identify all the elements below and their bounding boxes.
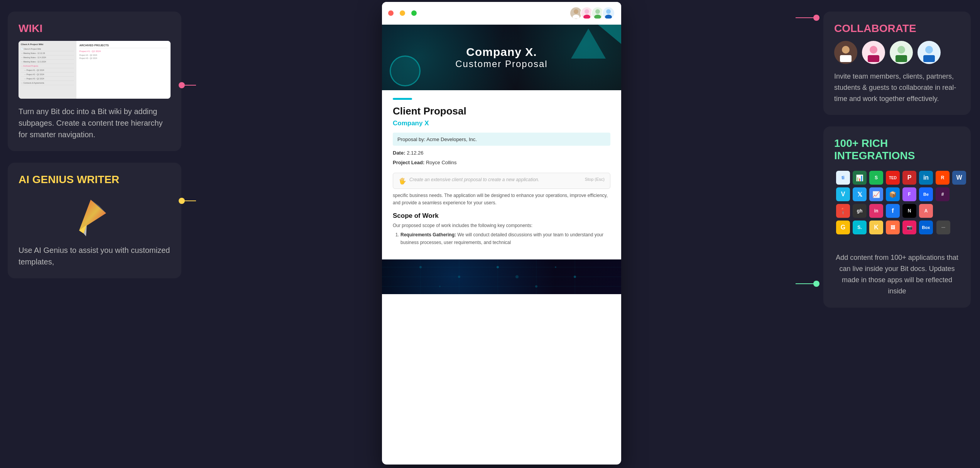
wiki-connector-dot [179,82,185,88]
integration-icon-word: W [952,171,966,185]
svg-point-7 [585,9,589,14]
ws-item: → Project #3 - Q2 2024 [21,77,74,81]
integration-icon-dropbox: 📦 [886,187,900,201]
svg-point-26 [439,286,441,287]
collab-avatar-1 [834,41,857,64]
collab-avatar-3 [890,41,913,64]
integration-icon-s: S. [853,221,867,234]
svg-point-25 [574,276,576,278]
integration-icon-chart: 📈 [869,187,883,201]
doc-scope-list: Requirements Gathering: We will conduct … [393,231,610,246]
integration-icon-facebook: f [886,204,900,218]
doc-title: Client Proposal [393,105,610,117]
doc-hero-circle [390,56,421,86]
doc-subtitle: Company X [393,120,610,127]
hero-company: Company X. [455,45,547,59]
doc-avatar-4 [602,7,615,20]
ai-title: AI GENIUS WRITER [19,173,171,186]
ws-item: → Meeting Notes - 12.12.26 [21,51,74,56]
wm-header: ARCHIVED PROJECTS [79,44,167,48]
ai-pencil-icon [71,192,118,238]
doc-body[interactable]: Client Proposal Company X Proposal by: A… [382,90,621,256]
svg-point-24 [535,285,537,288]
integration-icon-maps: 📍 [836,204,850,218]
svg-marker-0 [79,200,106,231]
integration-icon-r: R [936,171,950,185]
circuit-svg [382,259,621,294]
doc-date-value: 2.12.26 [407,150,423,156]
doc-date-line: Date: 2.12.26 [393,148,610,158]
ws-item: → Meeting Notes - 12.3.2024 [21,60,74,64]
doc-proposal-by: Proposal by: Acme Developers, Inc. [397,136,477,142]
ws-item: → Contracts & Agreements [21,81,74,85]
svg-rect-36 [923,55,935,62]
integration-icon-notion: N [902,204,916,218]
integration-icon-cam: 📷 [902,221,916,234]
svg-point-5 [574,9,578,14]
collaborate-card: COLLABORATE [823,12,971,115]
integration-icon-instagram: in [869,204,883,218]
svg-point-29 [842,46,850,54]
doc-lead-label: Project Lead: [393,160,424,165]
doc-scope-title: Scope of Work [393,212,610,220]
center-panel: Company X. Customer Proposal Client Prop… [189,0,814,468]
collab-avatar-2 [862,41,885,64]
doc-hero-text: Company X. Customer Proposal [455,45,547,69]
integration-icon-p2: in [919,171,933,185]
doc-window[interactable]: Company X. Customer Proposal Client Prop… [382,2,621,465]
integrations-description: Add content from 100+ applications that … [834,252,960,296]
integration-icon-github: gh [853,204,867,218]
ws-item: → Meeting Notes - 12.4.2024 [21,56,74,60]
svg-point-8 [583,15,590,19]
collab-avatar-4 [917,41,941,64]
int-connector-dot [813,281,819,287]
ai-genius-card: AI GENIUS WRITER [8,163,181,278]
doc-date-label: Date: [393,150,406,156]
integration-icon-twitter: 𝕏 [853,187,867,201]
collab-connector-dot [813,15,819,21]
wm-item: Project #3 - Q2 2024 [79,57,167,60]
integration-icon-vimeo: V [836,187,850,201]
minimize-dot [400,10,405,16]
doc-scope-desc: Our proposed scope of work includes the … [393,223,610,228]
ws-item: → Project #1 - Q2 2024 [21,68,74,72]
integrations-bubble: ti 📊 S TED P in R W V 𝕏 📈 📦 F Be # 📍 gh … [834,169,960,246]
wiki-title: WIKI [19,22,171,35]
integration-icon-ti: ti [836,171,850,185]
integration-icon-slack: # [936,187,950,201]
right-panel: COLLABORATE [814,0,980,468]
integration-icon-behance: Be [919,187,933,201]
svg-point-23 [497,266,499,268]
svg-point-6 [573,15,580,19]
svg-point-22 [458,276,460,278]
wm-project: Project #1 - Q2 2024 [79,50,167,52]
svg-point-10 [594,15,601,19]
integration-icon-asana: A [919,204,933,218]
svg-point-21 [419,266,422,268]
integration-icon-figma: F [902,187,916,201]
integrations-card: 100+ RICH INTEGRATIONS ti 📊 S TED P in R… [823,126,971,307]
svg-point-35 [925,46,933,54]
doc-window-header [382,2,621,25]
doc-hero-triangle [571,29,606,59]
page-wrapper: WIKI Client A Project Wiki 📄 Client A Pr… [0,0,980,468]
wiki-description: Turn any Bit doc into a Bit wiki by addi… [19,106,171,140]
close-dot [388,10,394,16]
svg-rect-34 [896,55,907,62]
ws-item: → Project #2 - Q2 2024 [21,72,74,77]
ws-item: 📄 Client A Project Wiki [21,47,74,51]
svg-point-31 [870,46,877,54]
svg-rect-30 [840,55,852,62]
wiki-sidebar: Client A Project Wiki 📄 Client A Project… [19,41,76,99]
svg-point-12 [605,15,612,19]
integration-icon-box: Box [919,221,933,234]
integration-icon-extra: ··· [936,221,950,234]
ai-prompt-icon: 🖐 [399,177,406,185]
doc-circuit-hero [382,259,621,294]
hero-proposal: Customer Proposal [455,59,547,69]
integration-icon-ted: TED [886,171,900,185]
wiki-screenshot: Client A Project Wiki 📄 Client A Project… [19,41,171,99]
doc-blue-bar [393,98,412,100]
doc-info-box: Proposal by: Acme Developers, Inc. [393,133,610,146]
doc-ai-prompt-box: 🖐 Create an extensive client proposal to… [393,173,610,189]
